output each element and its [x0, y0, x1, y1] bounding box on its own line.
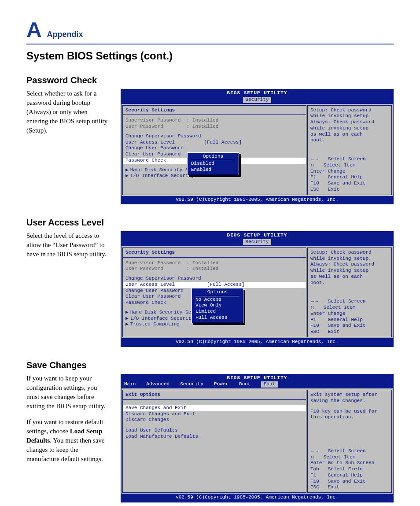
bios-tab-bar: Security: [122, 239, 393, 246]
options-title: Options: [195, 289, 239, 296]
options-popup: Options No Access View Only Limited Full…: [192, 288, 243, 323]
help-line: as well as on each: [310, 274, 389, 280]
section-heading-password-check: Password Check: [26, 75, 394, 85]
bios-help-panel: Setup: Check password while invoking set…: [307, 247, 392, 337]
help-line: F10 key can be used for: [310, 409, 389, 415]
options-title: Options: [191, 154, 235, 161]
help-line: Exit system setup after: [310, 392, 389, 398]
bios-footer: v02.59 (C)Copyright 1985-2005, American …: [122, 338, 393, 346]
help-line: boot.: [310, 280, 389, 286]
help-line: Setup: Check password: [310, 250, 389, 256]
save-changes-and-exit[interactable]: Save Changes and Exit: [123, 405, 306, 411]
bios-title: BIOS SETUP UTILITY: [122, 232, 393, 239]
supervisor-password-line: Supervisor Password : Installed: [125, 260, 303, 266]
triangle-icon: ▶: [125, 316, 129, 321]
section-heading-save-changes: Save Changes: [26, 360, 394, 370]
bios-tab-bar: Main Advanced Security Power Boot Exit: [122, 381, 393, 388]
appendix-header: A Appendix: [26, 18, 394, 44]
tab-security[interactable]: Security: [243, 97, 272, 103]
panel-title: Security Settings: [123, 250, 306, 258]
tab-security[interactable]: Security: [243, 239, 272, 245]
bios-screenshot-save-changes: BIOS SETUP UTILITY Main Advanced Securit…: [121, 374, 394, 502]
panel-title: Security Settings: [123, 107, 306, 115]
change-user-password[interactable]: Change User Password: [125, 145, 303, 151]
help-line: saving the changes.: [310, 398, 389, 404]
appendix-letter: A: [26, 18, 42, 41]
tab-boot[interactable]: Boot: [239, 381, 251, 388]
options-popup: Options Disabled Enabled: [187, 152, 239, 175]
discard-changes[interactable]: Discard Changes: [125, 417, 303, 423]
page-title: System BIOS Settings (cont.): [26, 50, 394, 62]
load-user-defaults[interactable]: Load User Defaults: [125, 428, 303, 434]
panel-title: Exit Options: [123, 392, 306, 400]
tab-exit[interactable]: Exit: [261, 381, 278, 388]
bios-screenshot-user-access-level: BIOS SETUP UTILITY Security Security Set…: [121, 231, 394, 347]
help-line: Setup: Check password: [310, 107, 389, 114]
bios-help-panel: Setup: Check password while invoking set…: [307, 105, 392, 195]
change-supervisor-password[interactable]: Change Supervisor Password: [125, 133, 303, 140]
user-access-level-line[interactable]: User Access Level [Full Access]: [125, 140, 303, 146]
triangle-icon: ▶: [125, 310, 129, 315]
bios-help-panel: Exit system setup after saving the chang…: [307, 390, 392, 493]
bios-footer: v02.59 (C)Copyright 1985-2005, American …: [122, 196, 393, 204]
help-line: Always: Check password: [310, 119, 389, 126]
option-full-access[interactable]: Full Access: [195, 315, 239, 321]
help-line: this operation.: [310, 414, 389, 421]
option-limited[interactable]: Limited: [195, 309, 239, 315]
help-line: Always: Check password: [310, 262, 389, 268]
bios-left-panel: Exit Options Save Changes and Exit Disca…: [122, 390, 306, 493]
bios-screenshot-password-check: BIOS SETUP UTILITY Security Security Set…: [121, 89, 394, 204]
option-view-only[interactable]: View Only: [195, 303, 239, 309]
help-line: as well as on each: [310, 132, 389, 138]
change-supervisor-password[interactable]: Change Supervisor Password: [125, 276, 303, 282]
user-password-line: User Password : Installed: [125, 124, 303, 130]
bios-title: BIOS SETUP UTILITY: [122, 375, 393, 382]
section-heading-user-access-level: User Access Level: [26, 218, 394, 228]
triangle-icon: ▶: [125, 167, 129, 173]
option-enabled[interactable]: Enabled: [191, 167, 235, 173]
help-line: while invoking setup: [310, 126, 389, 132]
help-line: while invoking setup.: [310, 113, 389, 119]
save-desc-p2: If you want to restore default settings,…: [26, 417, 110, 464]
option-no-access[interactable]: No Access: [195, 297, 239, 303]
key-legend: ←→ Select Screen ↑↓ Select Item Enter Ch…: [310, 299, 389, 335]
help-line: while invoking setup: [310, 268, 389, 274]
bios-tab-bar: Security: [122, 97, 393, 104]
bios-left-panel: Security Settings Supervisor Password : …: [122, 247, 306, 337]
discard-changes-and-exit[interactable]: Discard Changes and Exit: [125, 411, 303, 417]
save-changes-description: If you want to keep your configuration s…: [26, 374, 110, 470]
user-password-line: User Password : Installed: [125, 266, 303, 272]
triangle-icon: ▶: [125, 173, 129, 178]
appendix-word: Appendix: [47, 30, 83, 39]
load-manufacture-defaults[interactable]: Load Manufacture Defaults: [125, 434, 303, 440]
key-legend: ←→ Select Screen ↑↓ Select Item Enter Go…: [310, 448, 389, 491]
bios-title: BIOS SETUP UTILITY: [122, 90, 393, 97]
help-line: boot.: [310, 137, 389, 144]
triangle-icon: ▶: [125, 321, 129, 327]
option-disabled[interactable]: Disabled: [191, 161, 235, 167]
user-access-level-description: Select the level of access to allow the …: [26, 231, 110, 259]
tab-security[interactable]: Security: [180, 381, 203, 388]
tab-main[interactable]: Main: [124, 381, 136, 388]
tab-power[interactable]: Power: [214, 381, 228, 388]
help-line: while invoking setup.: [310, 256, 389, 262]
tab-advanced[interactable]: Advanced: [146, 381, 169, 388]
bios-left-panel: Security Settings Supervisor Password : …: [122, 105, 306, 195]
save-desc-p1: If you want to keep your configuration s…: [26, 374, 110, 411]
password-check-description: Select whether to ask for a password dur…: [26, 89, 110, 135]
bios-footer: v02.59 (C)Copyright 1985-2005, American …: [122, 494, 393, 502]
user-access-level-selected[interactable]: User Access Level [Full Access]: [123, 282, 306, 288]
key-legend: ←→ Select Screen ↑↓ Select Item Enter Ch…: [310, 156, 389, 193]
supervisor-password-line: Supervisor Password : Installed: [125, 118, 303, 124]
